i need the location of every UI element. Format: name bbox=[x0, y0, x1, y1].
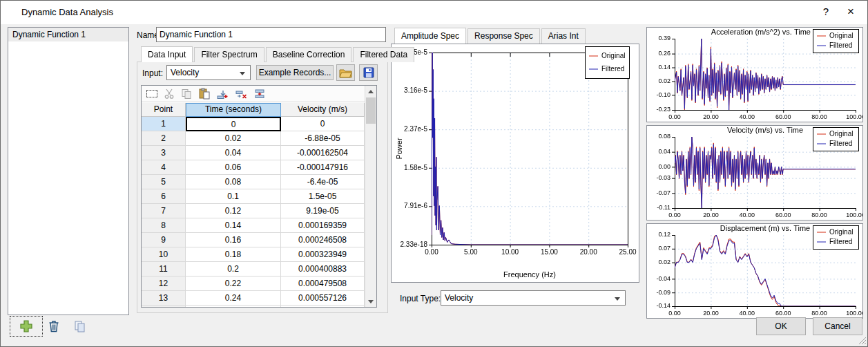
table-row: 60.11.5e-05 bbox=[142, 189, 365, 204]
data-cell[interactable]: 0.000323949 bbox=[281, 247, 365, 262]
append-row-icon[interactable] bbox=[253, 88, 266, 100]
ok-button[interactable]: OK bbox=[756, 317, 806, 335]
tab-data-input[interactable]: Data Input bbox=[141, 46, 193, 62]
function-list: Dynamic Function 1 bbox=[8, 27, 129, 315]
input-label: Input: bbox=[142, 68, 163, 78]
scrollbar-thumb[interactable] bbox=[366, 97, 376, 124]
help-button[interactable]: ? bbox=[816, 3, 836, 20]
data-table: Point Time (seconds) Velocity (m/s) 1002… bbox=[141, 85, 377, 308]
tab-response-spec[interactable]: Response Spec bbox=[467, 28, 540, 44]
dynamic-data-analysis-dialog: Dynamic Data Analysis ? × Dynamic Functi… bbox=[0, 0, 868, 347]
delete-function-button[interactable] bbox=[45, 317, 63, 335]
data-cell[interactable]: 0.26 bbox=[186, 306, 281, 307]
row-header-cell[interactable]: 14 bbox=[142, 306, 186, 307]
data-cell[interactable]: 0.000557126 bbox=[281, 291, 365, 306]
data-cell[interactable]: 0.000169359 bbox=[281, 218, 365, 233]
folder-open-icon bbox=[339, 68, 352, 78]
column-header-point[interactable]: Point bbox=[142, 103, 186, 117]
data-cell[interactable]: 9.19e-05 bbox=[281, 204, 365, 218]
scroll-down-icon[interactable] bbox=[365, 296, 376, 307]
row-header-cell[interactable]: 9 bbox=[142, 233, 186, 247]
column-header-time[interactable]: Time (seconds) bbox=[186, 103, 281, 117]
input-type-label: Input Type: bbox=[400, 294, 441, 303]
amplitude-spectrum-panel bbox=[391, 44, 639, 283]
data-cell[interactable]: 0 bbox=[186, 117, 281, 131]
add-function-button[interactable] bbox=[10, 316, 43, 337]
save-disk-icon bbox=[363, 67, 374, 78]
data-cell[interactable]: 0 bbox=[281, 117, 365, 131]
table-row: 120.220.000479508 bbox=[142, 276, 365, 291]
data-cell[interactable]: 0.18 bbox=[186, 247, 281, 262]
row-header-cell[interactable]: 12 bbox=[142, 276, 186, 291]
data-cell[interactable]: 0.2 bbox=[186, 262, 281, 276]
row-header-cell[interactable]: 3 bbox=[142, 146, 186, 160]
spectrum-tabs: Amplitude SpecResponse SpecArias Int bbox=[394, 28, 587, 44]
data-cell[interactable]: 0.02 bbox=[186, 131, 281, 146]
titlebar: Dynamic Data Analysis ? × bbox=[1, 1, 867, 24]
copy-icon[interactable] bbox=[181, 88, 192, 100]
open-file-button[interactable] bbox=[336, 64, 355, 81]
select-all-icon[interactable] bbox=[146, 90, 157, 97]
input-dropdown-value: Velocity bbox=[171, 68, 199, 77]
close-icon[interactable]: × bbox=[840, 3, 861, 20]
tab-amplitude-spec[interactable]: Amplitude Spec bbox=[394, 28, 466, 44]
table-row: 40.06-0.000147916 bbox=[142, 160, 365, 175]
cut-icon[interactable] bbox=[164, 88, 175, 100]
data-cell[interactable]: -6.88e-05 bbox=[281, 131, 365, 146]
data-cell[interactable]: 0.000603736 bbox=[281, 306, 365, 307]
data-cell[interactable]: -0.000147916 bbox=[281, 160, 365, 175]
table-header: Point Time (seconds) Velocity (m/s) bbox=[142, 103, 365, 117]
data-cell[interactable]: 1.5e-05 bbox=[281, 189, 365, 204]
table-row: 130.240.000557126 bbox=[142, 291, 365, 306]
row-header-cell[interactable]: 11 bbox=[142, 262, 186, 276]
row-header-cell[interactable]: 6 bbox=[142, 189, 186, 204]
insert-row-icon[interactable] bbox=[216, 88, 229, 100]
row-header-cell[interactable]: 4 bbox=[142, 160, 186, 175]
row-header-cell[interactable]: 10 bbox=[142, 247, 186, 262]
data-cell[interactable]: 0.06 bbox=[186, 160, 281, 175]
data-cell[interactable]: 0.16 bbox=[186, 233, 281, 247]
data-cell[interactable]: 0.000246508 bbox=[281, 233, 365, 247]
amplitude-spectrum-chart bbox=[392, 44, 639, 282]
data-table-body: 10020.02-6.88e-0530.04-0.00016250440.06-… bbox=[142, 117, 365, 307]
duplicate-function-button[interactable] bbox=[70, 317, 88, 335]
table-row: 100.180.000323949 bbox=[142, 247, 365, 262]
displacement-chart bbox=[647, 224, 862, 318]
paste-icon[interactable] bbox=[198, 88, 210, 100]
tab-baseline-correction[interactable]: Baseline Correction bbox=[266, 47, 352, 62]
data-cell[interactable]: -0.000162504 bbox=[281, 146, 365, 160]
column-header-velocity[interactable]: Velocity (m/s) bbox=[281, 103, 365, 117]
data-cell[interactable]: 0.08 bbox=[186, 175, 281, 189]
plus-icon bbox=[19, 319, 33, 333]
row-header-cell[interactable]: 7 bbox=[142, 204, 186, 218]
table-scrollbar[interactable] bbox=[365, 86, 376, 307]
function-list-item[interactable]: Dynamic Function 1 bbox=[8, 28, 128, 41]
delete-row-icon[interactable] bbox=[235, 88, 247, 100]
data-cell[interactable]: 0.000400883 bbox=[281, 262, 365, 276]
data-cell[interactable]: 0.000479508 bbox=[281, 276, 365, 291]
data-cell[interactable]: 0.12 bbox=[186, 204, 281, 218]
data-cell[interactable]: 0.04 bbox=[186, 146, 281, 160]
input-dropdown[interactable]: Velocity bbox=[166, 65, 251, 80]
save-button[interactable] bbox=[359, 64, 378, 81]
data-cell[interactable]: 0.22 bbox=[186, 276, 281, 291]
cancel-button[interactable]: Cancel bbox=[813, 317, 862, 335]
data-cell[interactable]: -6.4e-05 bbox=[281, 175, 365, 189]
data-cell[interactable]: 0.24 bbox=[186, 291, 281, 306]
row-header-cell[interactable]: 2 bbox=[142, 131, 186, 146]
row-header-cell[interactable]: 1 bbox=[142, 117, 186, 131]
example-records-button[interactable]: Example Records... bbox=[256, 65, 334, 80]
data-cell[interactable]: 0.1 bbox=[186, 189, 281, 204]
input-type-dropdown[interactable]: Velocity bbox=[441, 290, 626, 306]
row-header-cell[interactable]: 13 bbox=[142, 291, 186, 306]
name-input[interactable] bbox=[156, 27, 386, 42]
scroll-up-icon[interactable] bbox=[365, 86, 376, 97]
tab-arias-int[interactable]: Arias Int bbox=[541, 28, 586, 44]
row-header-cell[interactable]: 5 bbox=[142, 175, 186, 189]
data-cell[interactable]: 0.14 bbox=[186, 218, 281, 233]
row-header-cell[interactable]: 8 bbox=[142, 218, 186, 233]
tab-filter-spectrum[interactable]: Filter Spectrum bbox=[194, 47, 264, 62]
resize-grip[interactable] bbox=[858, 337, 867, 345]
tab-filtered-data[interactable]: Filtered Data bbox=[353, 47, 414, 62]
table-row: 70.129.19e-05 bbox=[142, 204, 365, 218]
